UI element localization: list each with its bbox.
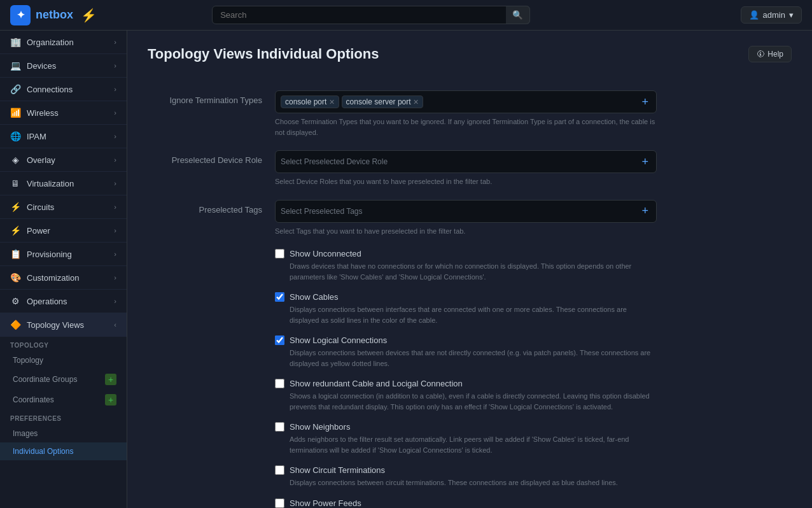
sidebar-label-circuits: Circuits [27,202,54,212]
show-circuit-text: Show Circuit Terminations [290,465,385,475]
sidebar-sub-individual-options[interactable]: Individual Options [0,442,127,460]
checkbox-show-redundant[interactable] [275,379,284,388]
chevron-devices: › [114,62,116,69]
sidebar-label-devices: Devices [27,61,56,71]
device-role-field: Select Preselected Device Role + Select … [275,150,657,187]
add-coordinates-button[interactable]: + [105,394,116,406]
show-logical-desc: Displays connections between devices tha… [275,348,657,369]
wireless-icon: 📶 [10,108,20,118]
sidebar-item-wireless[interactable]: 📶 Wireless › [0,101,127,125]
sidebar: 🏢 Organization › 💻 Devices › 🔗 Connectio… [0,31,127,508]
coordinate-groups-label: Coordinate Groups [13,375,77,384]
checkbox-label-show-circuit[interactable]: Show Circuit Terminations [275,465,657,475]
chevron-connections: › [114,85,116,93]
tag-console-server-port: console server port × [342,95,423,108]
device-role-hint: Select Device Roles that you want to hav… [275,176,657,187]
add-coordinate-groups-button[interactable]: + [105,374,116,385]
sidebar-item-operations[interactable]: ⚙ Operations › [0,290,127,313]
preselected-tags-select[interactable]: Select Preselected Tags + [275,200,657,223]
search-input[interactable] [212,6,530,24]
device-role-add-button[interactable]: + [639,155,651,169]
coordinates-label: Coordinates [13,395,54,404]
sidebar-sub-images[interactable]: Images [0,425,127,442]
form-group-preselected-tags: Preselected Tags Select Preselected Tags… [148,200,657,237]
sidebar-item-power[interactable]: ⚡ Power › [0,219,127,243]
tag-add-termination-button[interactable]: + [639,95,651,109]
sidebar-label-virtualization: Virtualization [27,179,74,188]
sidebar-label-operations: Operations [27,297,67,306]
sidebar-item-connections[interactable]: 🔗 Connections › [0,78,127,101]
checkbox-show-unconnected[interactable] [275,249,284,258]
checkbox-show-logical[interactable] [275,335,284,345]
chevron-provisioning: › [114,250,116,258]
preselected-tags-field: Select Preselected Tags + Select Tags th… [275,200,657,237]
search-button[interactable]: 🔍 [506,6,530,24]
sidebar-sub-topology[interactable]: Topology [0,351,127,369]
show-cables-desc: Displays connections between interfaces … [275,304,657,325]
sidebar-item-ipam[interactable]: 🌐 IPAM › [0,125,127,148]
sidebar-sub-coordinate-groups[interactable]: Coordinate Groups + [0,369,127,390]
checkbox-label-show-neighbors[interactable]: Show Neighbors [275,422,657,432]
sidebar-item-provisioning[interactable]: 📋 Provisioning › [0,243,127,266]
checkbox-label-show-logical[interactable]: Show Logical Connections [275,335,657,345]
ipam-icon: 🌐 [10,131,20,141]
tag-console-server-port-label: console server port [346,97,411,106]
form-section: Ignore Termination Types console port × … [148,90,657,508]
help-icon: 🛈 [757,50,764,59]
checkbox-label-show-redundant[interactable]: Show redundant Cable and Locigal Connect… [275,379,657,388]
help-label: Help [767,50,783,59]
checkbox-label-show-cables[interactable]: Show Cables [275,292,657,302]
checkbox-show-neighbors[interactable] [275,422,284,432]
sidebar-item-devices[interactable]: 💻 Devices › [0,54,127,78]
tag-console-port-remove[interactable]: × [329,97,334,106]
ignore-termination-field: console port × console server port × + C… [275,90,657,138]
sidebar-item-customization[interactable]: 🎨 Customization › [0,266,127,290]
admin-button[interactable]: 👤 admin ▾ [741,6,802,24]
logo-icon: ✦ [10,5,31,25]
preselected-tags-add-button[interactable]: + [639,204,651,218]
show-redundant-text: Show redundant Cable and Locigal Connect… [290,379,463,388]
brand-name: netbox [36,8,73,22]
help-button[interactable]: 🛈 Help [748,46,792,62]
page-title: Topology Views Individual Options [148,46,379,62]
search-container: 🔍 [212,6,530,24]
checkbox-show-power[interactable] [275,498,284,508]
chevron-customization: › [114,274,116,281]
show-neighbors-desc: Adds neighbors to the filter result set … [275,434,657,455]
tag-console-port-label: console port [285,97,326,106]
preselected-tags-placeholder: Select Preselected Tags [281,207,639,216]
circuits-icon: ⚡ [10,202,20,212]
sidebar-sub-coordinates[interactable]: Coordinates + [0,390,127,410]
images-label: Images [13,429,38,438]
show-power-text: Show Power Feeds [290,498,361,508]
sidebar-item-virtualization[interactable]: 🖥 Virtualization › [0,172,127,195]
sidebar-item-overlay[interactable]: ◈ Overlay › [0,148,127,172]
sidebar-item-organization[interactable]: 🏢 Organization › [0,31,127,54]
chevron-circuits: › [114,203,116,211]
show-logical-text: Show Logical Connections [290,335,387,345]
sidebar-label-topology-views: Topology Views [27,320,84,330]
checkbox-item-show-logical: Show Logical Connections Displays connec… [275,335,657,369]
main-content: Topology Views Individual Options 🛈 Help… [127,31,812,508]
checkbox-show-circuit[interactable] [275,465,284,475]
checkbox-item-show-redundant: Show redundant Cable and Locigal Connect… [275,379,657,412]
checkbox-item-show-power: Show Power Feeds [275,498,657,508]
tag-console-server-port-remove[interactable]: × [414,97,419,106]
sidebar-label-customization: Customization [27,273,79,283]
device-role-select[interactable]: Select Preselected Device Role + [275,150,657,173]
checkbox-label-show-unconnected[interactable]: Show Unconnected [275,249,657,258]
form-group-device-role: Preselected Device Role Select Preselect… [148,150,657,187]
form-group-ignore-termination: Ignore Termination Types console port × … [148,90,657,138]
show-redundant-desc: Shows a logical connection (in addition … [275,391,657,412]
checkbox-show-cables[interactable] [275,292,284,302]
chevron-overlay: › [114,156,116,164]
checkbox-group: Show Unconnected Draws devices that have… [148,249,657,508]
checkbox-label-show-power[interactable]: Show Power Feeds [275,498,657,508]
tag-input-termination[interactable]: console port × console server port × + [275,90,657,113]
provisioning-icon: 📋 [10,249,20,259]
sidebar-item-circuits[interactable]: ⚡ Circuits › [0,195,127,219]
sidebar-item-topology-views[interactable]: 🔶 Topology Views ‹ [0,313,127,337]
brand-logo[interactable]: ✦ netbox ⚡ [10,5,97,25]
checkbox-item-show-unconnected: Show Unconnected Draws devices that have… [275,249,657,282]
operations-icon: ⚙ [10,296,20,306]
